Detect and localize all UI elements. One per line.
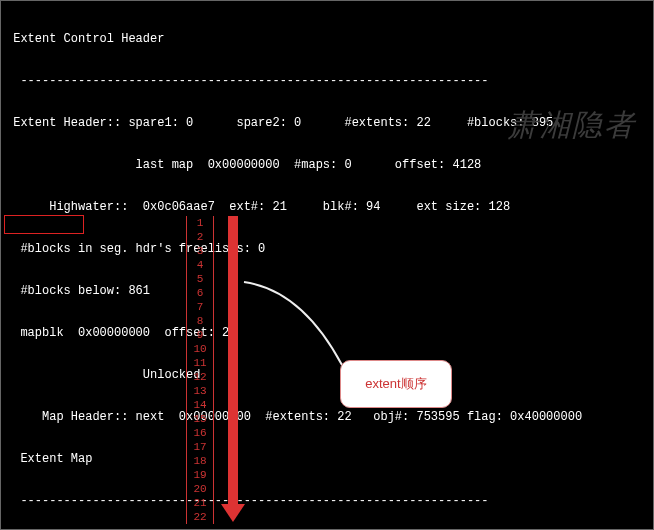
sequence-number: 14 [187, 398, 213, 412]
sequence-number: 11 [187, 356, 213, 370]
sequence-number: 18 [187, 454, 213, 468]
hdr-line: Highwater:: 0x0c06aae7 ext#: 21 blk#: 94… [6, 200, 648, 214]
callout-label: extent顺序 [365, 377, 426, 391]
hdr-line: mapblk 0x00000000 offset: 21 [6, 326, 648, 340]
sequence-number: 20 [187, 482, 213, 496]
sequence-number: 16 [187, 426, 213, 440]
sequence-number: 15 [187, 412, 213, 426]
sequence-number: 10 [187, 342, 213, 356]
sequence-number: 1 [187, 216, 213, 230]
sequence-number: 4 [187, 258, 213, 272]
sequence-number: 9 [187, 328, 213, 342]
sequence-number-column: 12345678910111213141516171819202122 [186, 216, 214, 524]
divider: ----------------------------------------… [6, 74, 648, 88]
hdr-line: #blocks in seg. hdr's freelists: 0 [6, 242, 648, 256]
sequence-number: 5 [187, 272, 213, 286]
hdr-line: Extent Header:: spare1: 0 spare2: 0 #ext… [6, 116, 648, 130]
sequence-number: 2 [187, 230, 213, 244]
divider: ----------------------------------------… [6, 494, 648, 508]
sequence-number: 7 [187, 300, 213, 314]
hdr-line: #blocks below: 861 [6, 284, 648, 298]
sequence-number: 3 [187, 244, 213, 258]
sequence-number: 12 [187, 370, 213, 384]
sequence-number: 22 [187, 510, 213, 524]
hdr-line: last map 0x00000000 #maps: 0 offset: 412… [6, 158, 648, 172]
sequence-number: 17 [187, 440, 213, 454]
sequence-number: 13 [187, 384, 213, 398]
sequence-number: 21 [187, 496, 213, 510]
callout-box: extent顺序 [340, 360, 452, 408]
hdr-line: Extent Map [6, 452, 648, 466]
down-arrow-icon [224, 216, 242, 522]
hdr-line: Map Header:: next 0x00000000 #extents: 2… [6, 410, 648, 424]
terminal-output: Extent Control Header ------------------… [0, 0, 654, 530]
section-title: Extent Control Header [6, 32, 648, 46]
sequence-number: 8 [187, 314, 213, 328]
hdr-line: Unlocked [6, 368, 648, 382]
sequence-number: 6 [187, 286, 213, 300]
sequence-number: 19 [187, 468, 213, 482]
